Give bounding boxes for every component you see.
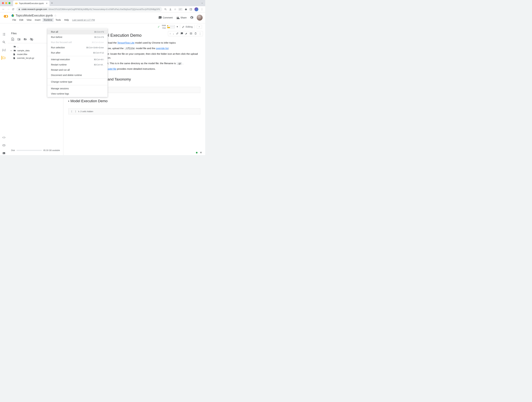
svg-point-8 — [177, 17, 177, 18]
runtime-menu-item[interactable]: Change runtime type — [47, 79, 108, 84]
section-model-exec: ▸Model Execution Demo — [68, 96, 205, 107]
runtime-menu-item[interactable]: Disconnect and delete runtime — [47, 73, 108, 78]
colab-logo-icon[interactable] — [3, 14, 9, 19]
refresh-files-icon[interactable] — [17, 37, 21, 41]
runtime-menu-item[interactable]: Run before⌘/Ctrl+F8 — [47, 34, 108, 40]
delete-cell-icon[interactable] — [193, 31, 198, 36]
tab-list-dropdown-icon[interactable] — [201, 2, 203, 4]
menu-runtime[interactable]: Runtime — [43, 18, 54, 22]
star-icon[interactable]: ☆ — [54, 14, 57, 17]
close-tab-icon[interactable]: × — [46, 2, 47, 5]
browser-tab[interactable]: TopicsModelExecution.ipynb × — [13, 1, 50, 6]
zoom-icon[interactable] — [164, 8, 167, 11]
svg-point-10 — [3, 41, 4, 43]
command-palette-icon[interactable] — [2, 143, 6, 147]
lock-icon — [18, 8, 20, 10]
maximize-window-button[interactable] — [8, 2, 10, 4]
h1-text: el Execution Demo — [106, 33, 141, 38]
settings-icon[interactable] — [190, 16, 193, 19]
runtime-menu-item[interactable]: Restart and run all — [47, 67, 108, 73]
address-bar[interactable]: colab.research.google.com/drive/1Fk1iZO6… — [16, 7, 162, 12]
reload-button[interactable] — [12, 8, 14, 11]
menu-item-shortcut: ⌘/Ctrl+M . — [94, 63, 104, 66]
menu-edit[interactable]: Edit — [18, 18, 25, 22]
terminal-icon[interactable] — [2, 151, 6, 155]
svg-point-2 — [165, 8, 166, 10]
menu-item-label: Manage sessions — [51, 87, 69, 90]
menu-item-label: Run all — [51, 31, 58, 33]
menu-view[interactable]: View — [25, 18, 33, 22]
close-status-icon[interactable]: ✕ — [200, 151, 202, 154]
chevron-right-icon[interactable]: ▸ — [68, 99, 70, 103]
cell-more-icon[interactable]: ⋮ — [198, 31, 202, 36]
tflite-link[interactable]: TensorFlow Lite — [117, 41, 134, 44]
mount-drive-icon[interactable] — [24, 37, 27, 41]
comment-cell-icon[interactable] — [180, 31, 184, 36]
runtime-menu-item[interactable]: Run after⌘/Ctrl+F10 — [47, 50, 108, 55]
editing-label: Editing — [186, 25, 193, 28]
close-window-button[interactable] — [2, 2, 4, 4]
save-status[interactable]: Last saved at 1:27 PM — [71, 18, 96, 22]
files-footer: Disk 85.30 GB available — [8, 148, 63, 153]
runtime-menu-item[interactable]: Manage sessions — [47, 86, 108, 91]
code-snippets-icon[interactable] — [2, 136, 6, 139]
menu-help[interactable]: Help — [63, 18, 70, 22]
back-button[interactable]: ← — [2, 7, 5, 11]
link-cell-icon[interactable] — [175, 31, 179, 36]
runtime-menu: Run all⌘/Ctrl+F9Run before⌘/Ctrl+F8Run t… — [47, 28, 108, 97]
variables-icon[interactable]: {x} — [2, 48, 6, 52]
url-host: colab.research.google.com — [22, 8, 47, 10]
ram-disk-indicator[interactable]: RAM Disk — [162, 24, 175, 29]
extensions-icon[interactable] — [185, 8, 187, 11]
editing-mode-button[interactable]: Editing — [182, 25, 193, 28]
collapsed-cells-2[interactable]: [ ] ↳3 cells hidden — [68, 108, 200, 114]
drive-icon — [11, 14, 14, 17]
browser-menu-icon[interactable]: ⋮ — [201, 8, 203, 11]
runtime-menu-item[interactable]: Run selection⌘/Ctrl+Shift+Enter — [47, 45, 108, 50]
menu-item-label: Change runtime type — [51, 80, 72, 83]
share-label: Share — [181, 16, 187, 19]
move-up-icon[interactable]: ↑ — [169, 31, 172, 36]
minimize-window-button[interactable] — [5, 2, 7, 4]
menu-item-shortcut: ⌘/Ctrl+F8 — [94, 36, 104, 38]
override-list-link[interactable]: override list — [156, 47, 168, 50]
svg-point-9 — [178, 17, 179, 18]
file-icon — [13, 53, 16, 56]
runtime-menu-item[interactable]: Interrupt execution⌘/Ctrl+M I — [47, 57, 108, 62]
upload-file-icon[interactable] — [11, 37, 14, 41]
tree-item-label: sample_data — [17, 49, 29, 52]
browser-profile-avatar[interactable] — [194, 7, 198, 11]
notebook-title[interactable]: TopicsModelExecution.ipynb — [16, 14, 53, 17]
share-browser-icon[interactable] — [169, 8, 172, 11]
move-down-icon[interactable]: ↓ — [172, 31, 175, 36]
profile-label[interactable]: OT — [179, 8, 182, 11]
new-tab-button[interactable]: + — [51, 1, 53, 5]
user-avatar[interactable] — [197, 15, 203, 21]
side-panel-icon[interactable] — [190, 8, 192, 11]
collapse-header-button[interactable] — [197, 25, 202, 29]
menu-item-label: Run after — [51, 51, 60, 54]
menu-insert[interactable]: Insert — [33, 18, 42, 22]
tab-title: TopicsModelExecution.ipynb — [19, 2, 44, 5]
cell-bracket: [ ] — [71, 110, 76, 113]
comment-button[interactable]: Comment — [158, 16, 173, 19]
toc-icon[interactable] — [2, 32, 6, 36]
ram-bar — [167, 25, 175, 26]
menu-item-label: Run before — [51, 36, 62, 38]
files-rail-icon[interactable] — [1, 56, 6, 60]
runtime-menu-item[interactable]: Run all⌘/Ctrl+F9 — [47, 29, 108, 34]
chevron-right-icon[interactable]: ▸ — [11, 50, 13, 51]
menu-file[interactable]: File — [11, 18, 18, 22]
runtime-menu-item[interactable]: Restart runtime⌘/Ctrl+M . — [47, 62, 108, 67]
svg-point-1 — [16, 3, 18, 4]
hide-files-icon[interactable] — [30, 37, 33, 41]
edit-cell-icon[interactable] — [184, 31, 189, 36]
menu-item-shortcut: ⌘/Ctrl+Shift+Enter — [86, 46, 104, 49]
share-button[interactable]: Share — [176, 16, 187, 19]
connection-dropdown-icon[interactable]: ▾ — [177, 25, 178, 28]
search-icon[interactable] — [2, 40, 6, 44]
runtime-menu-item[interactable]: View runtime logs — [47, 91, 108, 96]
menu-tools[interactable]: Tools — [54, 18, 62, 22]
mirror-cell-icon[interactable] — [189, 31, 193, 36]
bookmark-icon[interactable]: ☆ — [174, 8, 176, 11]
